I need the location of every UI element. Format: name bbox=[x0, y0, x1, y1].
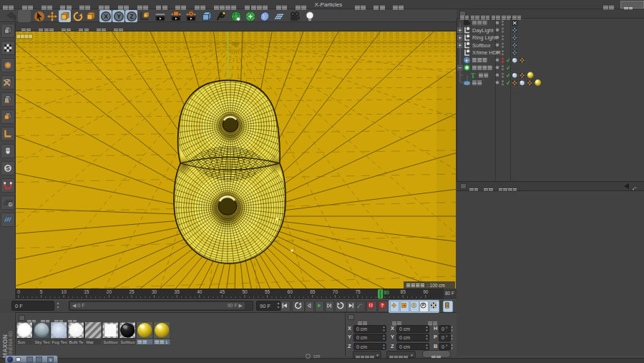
svg-text:55: 55 bbox=[265, 289, 270, 294]
svg-text:30: 30 bbox=[152, 289, 157, 294]
svg-text:S: S bbox=[6, 165, 10, 172]
svg-text:Sun: Sun bbox=[18, 340, 26, 344]
svg-text:X: X bbox=[104, 13, 108, 20]
svg-text:45: 45 bbox=[220, 289, 225, 294]
svg-text:Bulb Te: Bulb Te bbox=[69, 340, 84, 344]
svg-text:50: 50 bbox=[242, 289, 248, 294]
svg-text:90: 90 bbox=[423, 289, 429, 294]
svg-text:25: 25 bbox=[129, 289, 135, 294]
svg-text:65: 65 bbox=[310, 289, 316, 294]
svg-text:: 100 cm: : 100 cm bbox=[427, 283, 445, 288]
svg-text:?: ? bbox=[381, 303, 384, 308]
svg-text:Ring Light: Ring Light bbox=[472, 34, 497, 41]
svg-text:Sky Tex: Sky Tex bbox=[35, 340, 50, 344]
svg-text:Z: Z bbox=[130, 13, 133, 20]
svg-text:Softbox: Softbox bbox=[472, 42, 491, 49]
svg-text:85: 85 bbox=[401, 289, 406, 294]
svg-text:Mat: Mat bbox=[87, 340, 94, 344]
svg-text:40: 40 bbox=[197, 289, 203, 294]
svg-text:35: 35 bbox=[175, 289, 180, 294]
svg-text:15: 15 bbox=[84, 289, 89, 294]
svg-text:0: 0 bbox=[17, 289, 20, 294]
svg-text:Softbox: Softbox bbox=[104, 340, 118, 344]
svg-text:Softbox: Softbox bbox=[121, 340, 135, 344]
svg-text:T: T bbox=[471, 72, 476, 79]
svg-text:P: P bbox=[422, 303, 425, 307]
svg-text:DayLight: DayLight bbox=[472, 27, 494, 34]
svg-text:70: 70 bbox=[333, 289, 338, 294]
svg-text:75: 75 bbox=[355, 289, 361, 294]
svg-text:5: 5 bbox=[40, 289, 43, 294]
svg-text:Y: Y bbox=[117, 13, 121, 20]
svg-text:L: L bbox=[9, 203, 11, 206]
svg-text:20: 20 bbox=[107, 289, 112, 294]
svg-text:60: 60 bbox=[288, 289, 293, 294]
svg-text:80 F: 80 F bbox=[445, 291, 454, 296]
svg-text:Fog Tex: Fog Tex bbox=[52, 340, 67, 344]
svg-text:80: 80 bbox=[384, 290, 390, 295]
svg-text:10: 10 bbox=[62, 289, 67, 294]
